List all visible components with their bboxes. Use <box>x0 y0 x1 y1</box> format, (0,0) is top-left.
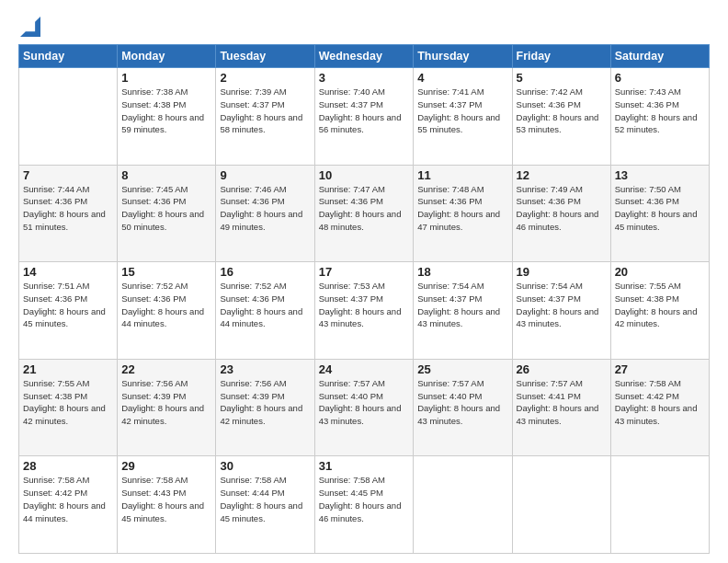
day-number: 31 <box>319 459 410 473</box>
day-info: Sunrise: 7:58 AMSunset: 4:42 PMDaylight:… <box>23 474 113 524</box>
day-number: 4 <box>417 71 507 85</box>
calendar-cell: 14Sunrise: 7:51 AMSunset: 4:36 PMDayligh… <box>19 262 118 360</box>
day-info: Sunrise: 7:40 AMSunset: 4:37 PMDaylight:… <box>319 86 410 136</box>
calendar-cell: 6Sunrise: 7:43 AMSunset: 4:36 PMDaylight… <box>610 68 709 166</box>
day-number: 21 <box>23 362 113 376</box>
calendar-cell: 3Sunrise: 7:40 AMSunset: 4:37 PMDaylight… <box>314 68 414 166</box>
calendar-cell: 29Sunrise: 7:58 AMSunset: 4:43 PMDayligh… <box>118 456 216 554</box>
weekday-header-row: SundayMondayTuesdayWednesdayThursdayFrid… <box>19 45 710 68</box>
day-number: 1 <box>121 71 211 85</box>
day-number: 10 <box>319 168 410 182</box>
calendar-cell: 12Sunrise: 7:49 AMSunset: 4:36 PMDayligh… <box>512 165 610 262</box>
day-info: Sunrise: 7:56 AMSunset: 4:39 PMDaylight:… <box>220 377 310 428</box>
day-number: 25 <box>417 362 507 376</box>
day-number: 3 <box>319 71 410 85</box>
day-info: Sunrise: 7:57 AMSunset: 4:41 PMDaylight:… <box>517 377 607 428</box>
calendar-cell: 2Sunrise: 7:39 AMSunset: 4:37 PMDaylight… <box>216 68 314 166</box>
day-number: 2 <box>220 71 310 85</box>
calendar-cell: 11Sunrise: 7:48 AMSunset: 4:36 PMDayligh… <box>414 165 512 262</box>
calendar-cell: 10Sunrise: 7:47 AMSunset: 4:36 PMDayligh… <box>314 165 414 262</box>
calendar-cell: 25Sunrise: 7:57 AMSunset: 4:40 PMDayligh… <box>414 359 512 456</box>
calendar-cell: 24Sunrise: 7:57 AMSunset: 4:40 PMDayligh… <box>314 359 414 456</box>
day-info: Sunrise: 7:51 AMSunset: 4:36 PMDaylight:… <box>23 280 113 330</box>
calendar-cell: 15Sunrise: 7:52 AMSunset: 4:36 PMDayligh… <box>118 262 216 360</box>
day-number: 24 <box>319 362 410 376</box>
day-number: 28 <box>23 459 113 473</box>
day-info: Sunrise: 7:57 AMSunset: 4:40 PMDaylight:… <box>417 377 507 428</box>
calendar-cell: 4Sunrise: 7:41 AMSunset: 4:37 PMDaylight… <box>414 68 512 166</box>
day-number: 9 <box>220 168 310 182</box>
weekday-header-saturday: Saturday <box>610 45 709 68</box>
day-info: Sunrise: 7:49 AMSunset: 4:36 PMDaylight:… <box>517 183 607 234</box>
calendar-cell: 16Sunrise: 7:52 AMSunset: 4:36 PMDayligh… <box>216 262 314 360</box>
weekday-header-sunday: Sunday <box>19 45 118 68</box>
header <box>18 17 710 37</box>
calendar-cell: 21Sunrise: 7:55 AMSunset: 4:38 PMDayligh… <box>19 359 118 456</box>
day-info: Sunrise: 7:53 AMSunset: 4:37 PMDaylight:… <box>319 280 410 330</box>
day-number: 8 <box>121 168 211 182</box>
calendar-cell: 18Sunrise: 7:54 AMSunset: 4:37 PMDayligh… <box>414 262 512 360</box>
day-info: Sunrise: 7:48 AMSunset: 4:36 PMDaylight:… <box>417 183 507 234</box>
day-number: 17 <box>319 265 410 279</box>
calendar-cell <box>414 456 512 554</box>
calendar-cell: 20Sunrise: 7:55 AMSunset: 4:38 PMDayligh… <box>610 262 709 360</box>
calendar-cell <box>610 456 709 554</box>
day-info: Sunrise: 7:58 AMSunset: 4:43 PMDaylight:… <box>121 474 211 524</box>
day-info: Sunrise: 7:55 AMSunset: 4:38 PMDaylight:… <box>615 280 705 330</box>
day-info: Sunrise: 7:56 AMSunset: 4:39 PMDaylight:… <box>121 377 211 428</box>
calendar-table: SundayMondayTuesdayWednesdayThursdayFrid… <box>18 44 710 554</box>
weekday-header-monday: Monday <box>118 45 216 68</box>
calendar-cell: 7Sunrise: 7:44 AMSunset: 4:36 PMDaylight… <box>19 165 118 262</box>
logo <box>18 17 42 37</box>
day-number: 29 <box>121 459 211 473</box>
day-info: Sunrise: 7:55 AMSunset: 4:38 PMDaylight:… <box>23 377 113 428</box>
weekday-header-thursday: Thursday <box>414 45 512 68</box>
day-number: 23 <box>220 362 310 376</box>
calendar-cell: 9Sunrise: 7:46 AMSunset: 4:36 PMDaylight… <box>216 165 314 262</box>
week-row-1: 7Sunrise: 7:44 AMSunset: 4:36 PMDaylight… <box>19 165 710 262</box>
week-row-3: 21Sunrise: 7:55 AMSunset: 4:38 PMDayligh… <box>19 359 710 456</box>
calendar-cell: 28Sunrise: 7:58 AMSunset: 4:42 PMDayligh… <box>19 456 118 554</box>
day-info: Sunrise: 7:58 AMSunset: 4:44 PMDaylight:… <box>220 474 310 524</box>
week-row-2: 14Sunrise: 7:51 AMSunset: 4:36 PMDayligh… <box>19 262 710 360</box>
day-number: 30 <box>220 459 310 473</box>
week-row-4: 28Sunrise: 7:58 AMSunset: 4:42 PMDayligh… <box>19 456 710 554</box>
day-number: 16 <box>220 265 310 279</box>
day-number: 13 <box>615 168 705 182</box>
calendar-cell <box>512 456 610 554</box>
day-number: 14 <box>23 265 113 279</box>
day-number: 6 <box>615 71 705 85</box>
calendar-cell: 31Sunrise: 7:58 AMSunset: 4:45 PMDayligh… <box>314 456 414 554</box>
day-info: Sunrise: 7:47 AMSunset: 4:36 PMDaylight:… <box>319 183 410 234</box>
day-info: Sunrise: 7:38 AMSunset: 4:38 PMDaylight:… <box>121 86 211 136</box>
day-number: 18 <box>417 265 507 279</box>
day-number: 20 <box>615 265 705 279</box>
weekday-header-friday: Friday <box>512 45 610 68</box>
day-info: Sunrise: 7:43 AMSunset: 4:36 PMDaylight:… <box>615 86 705 136</box>
calendar-cell: 8Sunrise: 7:45 AMSunset: 4:36 PMDaylight… <box>118 165 216 262</box>
calendar-cell: 17Sunrise: 7:53 AMSunset: 4:37 PMDayligh… <box>314 262 414 360</box>
week-row-0: 1Sunrise: 7:38 AMSunset: 4:38 PMDaylight… <box>19 68 710 166</box>
calendar-cell: 30Sunrise: 7:58 AMSunset: 4:44 PMDayligh… <box>216 456 314 554</box>
day-number: 12 <box>517 168 607 182</box>
day-info: Sunrise: 7:58 AMSunset: 4:45 PMDaylight:… <box>319 474 410 524</box>
calendar-cell: 23Sunrise: 7:56 AMSunset: 4:39 PMDayligh… <box>216 359 314 456</box>
calendar-cell: 27Sunrise: 7:58 AMSunset: 4:42 PMDayligh… <box>610 359 709 456</box>
calendar-cell: 22Sunrise: 7:56 AMSunset: 4:39 PMDayligh… <box>118 359 216 456</box>
day-info: Sunrise: 7:46 AMSunset: 4:36 PMDaylight:… <box>220 183 310 234</box>
svg-marker-0 <box>20 17 40 37</box>
day-number: 5 <box>517 71 607 85</box>
calendar-cell: 19Sunrise: 7:54 AMSunset: 4:37 PMDayligh… <box>512 262 610 360</box>
day-number: 7 <box>23 168 113 182</box>
day-info: Sunrise: 7:45 AMSunset: 4:36 PMDaylight:… <box>121 183 211 234</box>
day-info: Sunrise: 7:52 AMSunset: 4:36 PMDaylight:… <box>121 280 211 330</box>
day-info: Sunrise: 7:44 AMSunset: 4:36 PMDaylight:… <box>23 183 113 234</box>
calendar-cell <box>19 68 118 166</box>
day-number: 22 <box>121 362 211 376</box>
day-info: Sunrise: 7:54 AMSunset: 4:37 PMDaylight:… <box>417 280 507 330</box>
calendar-cell: 26Sunrise: 7:57 AMSunset: 4:41 PMDayligh… <box>512 359 610 456</box>
calendar-cell: 1Sunrise: 7:38 AMSunset: 4:38 PMDaylight… <box>118 68 216 166</box>
weekday-header-tuesday: Tuesday <box>216 45 314 68</box>
weekday-header-wednesday: Wednesday <box>314 45 414 68</box>
day-info: Sunrise: 7:58 AMSunset: 4:42 PMDaylight:… <box>615 377 705 428</box>
